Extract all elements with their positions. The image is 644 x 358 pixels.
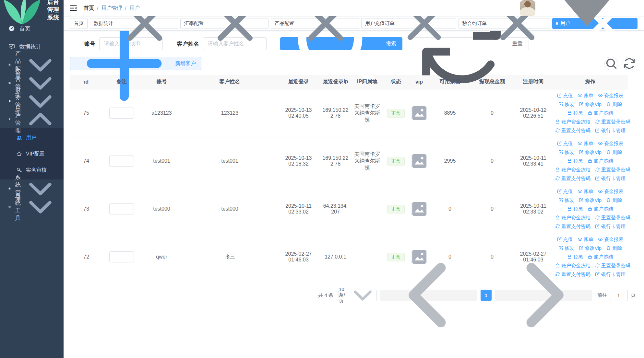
sidebar-subitem-label: 用户	[26, 134, 36, 141]
op-账户冻结[interactable]: 账户冻结	[588, 157, 613, 165]
op-重置登录密码[interactable]: 重置登录密码	[595, 261, 630, 270]
op-账户冻结[interactable]: 账户冻结	[588, 205, 613, 213]
hamburger-icon[interactable]	[69, 4, 77, 12]
op-充值[interactable]: 充值	[557, 187, 573, 195]
vip-image-placeholder[interactable]	[411, 202, 427, 215]
sidebar-subitem-vip-config[interactable]: VIP配置	[0, 146, 64, 162]
breadcrumb-user-management[interactable]: 用户管理	[101, 5, 122, 12]
op-账单[interactable]: 账单	[578, 187, 593, 195]
op-账单[interactable]: 账单	[578, 235, 593, 243]
op-账户资金冻结[interactable]: 账户资金冻结	[555, 118, 590, 126]
op-line: 充值账单资金报表	[553, 187, 627, 196]
cell-withdraw-total: 0	[470, 137, 514, 185]
op-line: 重置支付密码银行卡管理	[553, 174, 627, 183]
cell-status: 正常	[384, 185, 408, 233]
op-修改Vip[interactable]: 修改Vip	[579, 148, 602, 156]
op-重置登录密码[interactable]: 重置登录密码	[595, 118, 630, 126]
remark-input[interactable]	[109, 203, 134, 214]
main-area: 首页 / 用户管理 / 用户 首页 数据统计 汇率配置	[64, 0, 644, 358]
op-line: 重置支付密码银行卡管理	[553, 126, 627, 135]
op-充值[interactable]: 充值	[557, 139, 573, 147]
op-银行卡管理[interactable]: 银行卡管理	[595, 270, 626, 278]
sidebar-item-system-tools[interactable]: 系统工具	[0, 198, 64, 216]
lock-icon	[567, 158, 572, 163]
stats-icon	[8, 43, 15, 50]
op-银行卡管理[interactable]: 银行卡管理	[595, 222, 626, 230]
edit-icon	[557, 189, 562, 194]
op-删除[interactable]: 删除	[606, 148, 622, 156]
op-重置登录密码[interactable]: 重置登录密码	[595, 214, 630, 222]
view-icon	[578, 93, 582, 98]
add-customer-button[interactable]: 新增客户	[70, 57, 201, 70]
op-line: 修改修改Vip删除	[553, 100, 627, 109]
op-账户资金冻结[interactable]: 账户资金冻结	[555, 166, 590, 174]
op-删除[interactable]: 删除	[606, 244, 622, 252]
table-search-toggle-button[interactable]	[604, 57, 618, 70]
caret-down-icon[interactable]	[538, 0, 636, 57]
user-avatar[interactable]	[520, 0, 535, 16]
remark-input[interactable]	[109, 251, 134, 262]
tab-data-stats[interactable]: 数据统计	[90, 18, 178, 29]
op-资金报表[interactable]: 资金报表	[598, 91, 624, 99]
cell-registered: 2025-10-11 02:33:02	[514, 185, 552, 233]
lock-icon	[555, 119, 560, 124]
op-修改Vip[interactable]: 修改Vip	[579, 196, 602, 204]
refresh-icon	[555, 224, 560, 229]
sidebar-item-user-management[interactable]: 用户管理	[0, 110, 64, 128]
toolbar-right	[604, 57, 636, 70]
op-重置支付密码[interactable]: 重置支付密码	[555, 174, 590, 182]
remark-input[interactable]	[109, 108, 134, 119]
goto-page-input[interactable]	[610, 290, 628, 301]
tab-exchange-rate-config[interactable]: 汇率配置	[180, 18, 268, 29]
app-logo: 后台管理系统	[0, 0, 64, 19]
op-账单[interactable]: 账单	[578, 91, 593, 99]
tab-home[interactable]: 首页	[70, 18, 88, 29]
cell-customer-name: test001	[183, 137, 277, 185]
vip-image-placeholder[interactable]	[411, 155, 427, 167]
remark-input[interactable]	[109, 156, 134, 167]
op-修改Vip[interactable]: 修改Vip	[579, 100, 602, 108]
tab-recharge-orders[interactable]: 用户充值订单	[361, 18, 456, 29]
op-删除[interactable]: 删除	[606, 196, 622, 204]
op-资金报表[interactable]: 资金报表	[598, 187, 624, 195]
op-拉黑[interactable]: 拉黑	[567, 157, 583, 165]
op-银行卡管理[interactable]: 银行卡管理	[595, 174, 626, 182]
op-账户冻结[interactable]: 账户冻结	[588, 109, 613, 117]
op-资金报表[interactable]: 资金报表	[598, 139, 624, 147]
chevron-down-icon	[23, 190, 58, 224]
op-修改[interactable]: 修改	[558, 100, 574, 108]
cell-customer-name: 123123	[183, 89, 277, 137]
cell-id: 72	[70, 233, 102, 281]
chevron-up-icon	[23, 102, 58, 137]
op-重置登录密码[interactable]: 重置登录密码	[595, 166, 630, 174]
op-重置支付密码[interactable]: 重置支付密码	[555, 126, 590, 134]
op-拉黑[interactable]: 拉黑	[567, 109, 583, 117]
op-银行卡管理[interactable]: 银行卡管理	[595, 126, 626, 134]
tab-label: 用户充值订单	[365, 20, 394, 27]
op-账户资金冻结[interactable]: 账户资金冻结	[555, 214, 590, 222]
table-refresh-button[interactable]	[623, 57, 636, 70]
op-充值[interactable]: 充值	[557, 235, 573, 243]
tab-product-config[interactable]: 产品配置	[271, 18, 359, 29]
breadcrumb-home[interactable]: 首页	[84, 5, 94, 12]
op-资金报表[interactable]: 资金报表	[598, 235, 624, 243]
prev-page-button[interactable]	[380, 290, 477, 301]
op-充值[interactable]: 充值	[557, 91, 573, 99]
sidebar-item-home[interactable]: 首页	[0, 19, 64, 38]
op-重置支付密码[interactable]: 重置支付密码	[555, 222, 590, 230]
op-拉黑[interactable]: 拉黑	[567, 205, 583, 213]
op-删除[interactable]: 删除	[606, 100, 622, 108]
refresh-icon	[595, 263, 600, 268]
edit-icon	[558, 150, 563, 155]
op-账单[interactable]: 账单	[578, 139, 593, 147]
page-size-select[interactable]: 10条/页	[339, 290, 377, 301]
current-page-button[interactable]: 1	[481, 290, 492, 301]
view-icon	[598, 189, 603, 194]
op-修改[interactable]: 修改	[558, 148, 574, 156]
breadcrumb-separator: /	[97, 5, 98, 11]
vip-image-placeholder[interactable]	[411, 107, 427, 120]
cell-last-login-ip: 127.0.0.1	[320, 233, 351, 281]
next-page-button[interactable]	[495, 290, 592, 301]
op-修改[interactable]: 修改	[558, 196, 574, 204]
pagination: 共 4 条 10条/页 1 前往 页	[70, 290, 636, 301]
